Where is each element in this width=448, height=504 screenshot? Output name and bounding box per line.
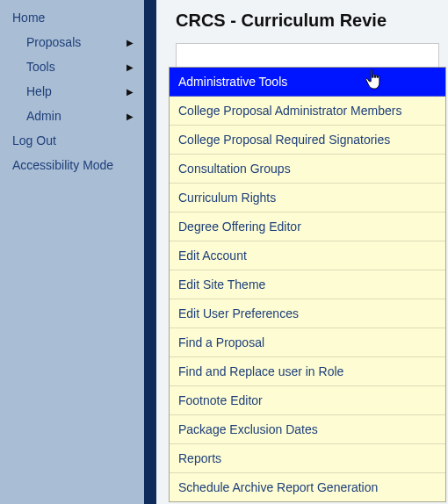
submenu-item-schedule-archive-report[interactable]: Schedule Archive Report Generation bbox=[170, 473, 445, 501]
submenu-item-edit-user-preferences[interactable]: Edit User Preferences bbox=[170, 299, 445, 328]
submenu-item-label: Edit User Preferences bbox=[178, 306, 299, 320]
submenu-item-label: Curriculum Rights bbox=[178, 191, 276, 205]
sidebar-item-tools[interactable]: Tools ▶ bbox=[0, 54, 144, 79]
submenu-item-package-exclusion-dates[interactable]: Package Exclusion Dates bbox=[170, 415, 445, 444]
sidebar-notch bbox=[144, 28, 156, 40]
submenu-item-consultation-groups[interactable]: Consultation Groups bbox=[170, 155, 445, 184]
admin-submenu: Administrative Tools College Proposal Ad… bbox=[169, 67, 446, 502]
submenu-item-reports[interactable]: Reports bbox=[170, 444, 445, 473]
sidebar-item-label: Home bbox=[12, 11, 45, 25]
sidebar-item-proposals[interactable]: Proposals ▶ bbox=[0, 30, 144, 54]
submenu-item-college-proposal-admin-members[interactable]: College Proposal Administrator Members bbox=[170, 97, 445, 126]
sidebar-item-label: Log Out bbox=[12, 133, 56, 148]
submenu-item-label: Footnote Editor bbox=[178, 393, 263, 407]
submenu-item-label: Reports bbox=[178, 451, 221, 465]
submenu-item-find-a-proposal[interactable]: Find a Proposal bbox=[170, 328, 445, 357]
submenu-item-label: Edit Site Theme bbox=[178, 277, 265, 292]
submenu-item-curriculum-rights[interactable]: Curriculum Rights bbox=[170, 184, 445, 212]
submenu-arrow-icon: ▶ bbox=[126, 38, 134, 47]
submenu-item-find-replace-user-in-role[interactable]: Find and Replace user in Role bbox=[170, 357, 445, 386]
submenu-item-label: Edit Account bbox=[178, 248, 247, 263]
submenu-item-degree-offering-editor[interactable]: Degree Offering Editor bbox=[170, 212, 445, 241]
sidebar-item-home[interactable]: Home bbox=[0, 5, 144, 30]
sidebar-item-label: Help bbox=[26, 84, 52, 98]
submenu-item-label: College Proposal Administrator Members bbox=[178, 104, 401, 118]
sidebar-item-label: Accessibility Mode bbox=[12, 158, 113, 172]
submenu-item-label: College Proposal Required Signatories bbox=[178, 133, 390, 147]
submenu-arrow-icon: ▶ bbox=[126, 62, 134, 72]
sidebar-item-label: Admin bbox=[26, 109, 61, 123]
submenu-item-college-proposal-required-signatories[interactable]: College Proposal Required Signatories bbox=[170, 126, 445, 155]
submenu-item-footnote-editor[interactable]: Footnote Editor bbox=[170, 386, 445, 415]
page-title: CRCS - Curriculum Revie bbox=[176, 11, 448, 31]
submenu-item-label: Administrative Tools bbox=[178, 75, 287, 89]
sidebar-item-admin[interactable]: Admin ▶ bbox=[0, 104, 144, 128]
sidebar: Home Proposals ▶ Tools ▶ Help ▶ Admin ▶ … bbox=[0, 0, 156, 504]
submenu-item-label: Find a Proposal bbox=[178, 335, 264, 349]
submenu-arrow-icon: ▶ bbox=[126, 87, 134, 97]
submenu-item-edit-site-theme[interactable]: Edit Site Theme bbox=[170, 270, 445, 299]
submenu-item-label: Consultation Groups bbox=[178, 162, 291, 176]
submenu-item-label: Schedule Archive Report Generation bbox=[178, 480, 378, 494]
submenu-item-label: Degree Offering Editor bbox=[178, 220, 301, 234]
submenu-item-administrative-tools[interactable]: Administrative Tools bbox=[170, 68, 445, 97]
submenu-item-label: Find and Replace user in Role bbox=[178, 364, 343, 378]
sidebar-item-accessibility[interactable]: Accessibility Mode bbox=[0, 153, 144, 177]
sidebar-item-label: Tools bbox=[26, 60, 55, 74]
submenu-item-edit-account[interactable]: Edit Account bbox=[170, 241, 445, 270]
sidebar-item-logout[interactable]: Log Out bbox=[0, 128, 144, 153]
sidebar-item-label: Proposals bbox=[26, 35, 81, 49]
submenu-arrow-icon: ▶ bbox=[126, 112, 134, 121]
submenu-item-label: Package Exclusion Dates bbox=[178, 422, 318, 436]
sidebar-item-help[interactable]: Help ▶ bbox=[0, 79, 144, 104]
